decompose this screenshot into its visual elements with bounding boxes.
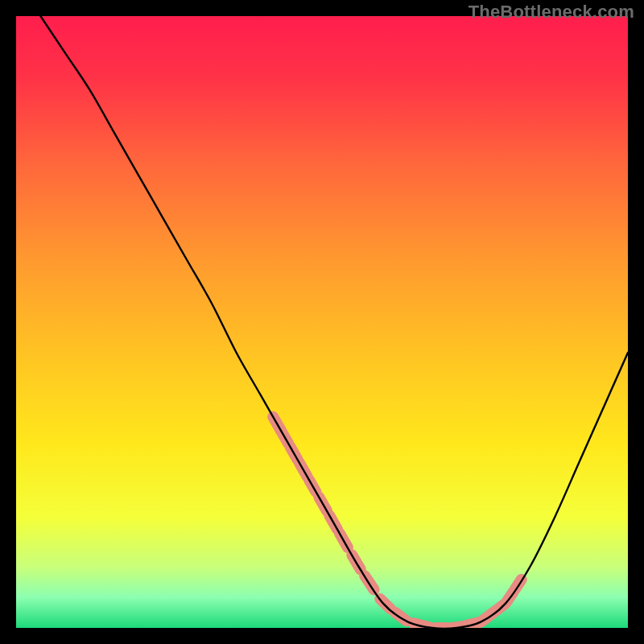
watermark-text: TheBottleneck.com xyxy=(469,2,634,23)
chart-stage: TheBottleneck.com xyxy=(0,0,644,644)
bottleneck-chart xyxy=(0,0,644,644)
gradient-background xyxy=(16,16,628,628)
